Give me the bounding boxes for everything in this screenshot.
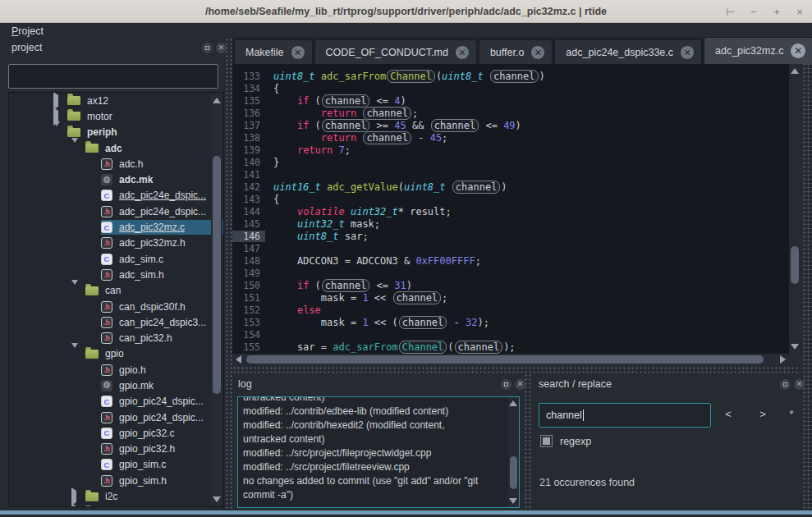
close-tab-icon[interactable]: ✕ xyxy=(291,46,305,59)
tree-item-gpio-sim-c[interactable]: Cgpio_sim.c xyxy=(9,457,223,473)
code-line: 148 ADCCON3 = ADCCON3 & 0xFF00FFFF; xyxy=(232,254,789,267)
tree-item-i2c[interactable]: i2c xyxy=(9,488,223,504)
code-token: * result; xyxy=(398,206,452,217)
close-tab-icon[interactable]: ✕ xyxy=(531,46,544,59)
close-tab-icon[interactable]: ✕ xyxy=(681,46,694,59)
editor-vscrollbar[interactable] xyxy=(789,64,801,354)
scroll-down-icon[interactable] xyxy=(509,498,517,504)
scroll-left-icon[interactable] xyxy=(236,355,241,364)
close-tab-icon[interactable]: ✕ xyxy=(456,46,469,59)
find-next-button[interactable]: > xyxy=(756,408,769,420)
code-text: mask = 1 << channel; xyxy=(273,292,447,304)
tree-item-gpio-h[interactable]: .hgpio.h xyxy=(9,362,223,377)
chevron-right-icon[interactable] xyxy=(71,491,80,502)
right-dock-edge[interactable] xyxy=(802,38,812,510)
project-tree: ax12motorperiphadc.hadc.h⚙adc.mkCadc_pic… xyxy=(8,92,224,507)
project-filter-input[interactable] xyxy=(8,64,218,89)
code-line: 149 xyxy=(232,267,789,279)
tree-item-can-pic32-h[interactable]: .hcan_pic32.h xyxy=(9,330,223,345)
code-token: { xyxy=(273,194,279,205)
scroll-down-icon[interactable] xyxy=(213,496,221,502)
chevron-down-icon[interactable] xyxy=(53,126,62,138)
chevron-right-icon[interactable] xyxy=(53,111,62,122)
tree-item-gpio-pic32-c[interactable]: Cgpio_pic32.c xyxy=(9,425,223,441)
tree-item-ic[interactable]: ic xyxy=(9,505,223,507)
scroll-right-icon[interactable] xyxy=(780,355,786,364)
tree-item-adc[interactable]: adc xyxy=(9,140,223,156)
folder-icon xyxy=(85,144,99,153)
maximize-button[interactable]: + xyxy=(771,6,782,18)
tree-item-can-dspic30f-h[interactable]: .hcan_dspic30f.h xyxy=(9,299,223,314)
code-token: } xyxy=(273,157,279,168)
code-token: ( xyxy=(309,280,320,291)
window-controls: ⊢ − + × xyxy=(725,0,805,23)
tree-item-adc-mk[interactable]: ⚙adc.mk xyxy=(9,172,223,187)
tree-item-adc-pic32mz-h[interactable]: .hadc_pic32mz.h xyxy=(9,236,223,251)
code-token xyxy=(273,206,297,217)
find-previous-button[interactable]: < xyxy=(722,408,735,420)
tree-item-gpio[interactable]: gpio xyxy=(9,346,223,362)
tree-item-adc-pic24e-dspic-[interactable]: Cadc_pic24e_dspic... xyxy=(9,188,223,204)
scroll-up-icon[interactable] xyxy=(213,98,221,103)
tree-item-gpio-pic24-dspic-[interactable]: Cgpio_pic24_dspic... xyxy=(9,394,223,409)
horizontal-splitter[interactable] xyxy=(232,366,801,373)
tree-item-can[interactable]: can xyxy=(9,283,223,299)
tree-item-gpio-mk[interactable]: ⚙gpio.mk xyxy=(9,377,223,393)
tree-item-adc-sim-h[interactable]: .hadc_sim.h xyxy=(9,267,223,282)
tree-item-ax12[interactable]: ax12 xyxy=(9,93,223,108)
tree-item-adc-pic24e-dspic-[interactable]: .hadc_pic24e_dspic... xyxy=(9,204,223,219)
menu-project[interactable]: Project xyxy=(11,25,44,37)
scroll-down-icon[interactable] xyxy=(791,344,799,350)
log-panel-title: log xyxy=(238,378,252,390)
pin-window-button[interactable]: ⊢ xyxy=(725,6,736,18)
scroll-up-icon[interactable] xyxy=(509,400,517,406)
code-token: 0xFF00FFFF xyxy=(415,255,475,267)
chevron-down-icon[interactable] xyxy=(71,348,80,359)
title-bar[interactable]: /home/seb/Seafile/my_lib_rt/rtprog/suppo… xyxy=(0,0,812,23)
chevron-down-icon[interactable] xyxy=(71,285,80,296)
code-editor[interactable]: 133uint8_t adc_sarFromChannel(uint8_t ch… xyxy=(232,64,789,354)
find-all-button[interactable]: * xyxy=(785,408,798,420)
tree-scrollbar-thumb[interactable] xyxy=(213,156,221,394)
float-panel-icon[interactable] xyxy=(202,43,213,53)
log-scrollbar-thumb[interactable] xyxy=(510,456,517,489)
chevron-right-icon[interactable] xyxy=(71,506,80,507)
close-panel-icon[interactable]: ✕ xyxy=(515,379,525,390)
search-input[interactable]: channel xyxy=(539,403,711,428)
minimize-button[interactable]: − xyxy=(748,6,759,18)
close-button[interactable]: × xyxy=(794,6,805,18)
tab-CODE_OF_CONDUCT.md[interactable]: CODE_OF_CONDUCT.md✕ xyxy=(314,39,477,64)
editor-hscrollbar[interactable] xyxy=(232,354,789,366)
tab-adc_pic24e_dspic33e.c[interactable]: adc_pic24e_dspic33e.c✕ xyxy=(554,39,702,64)
tree-item-gpio-sim-h[interactable]: .hgpio_sim.h xyxy=(9,473,223,488)
tree-item-adc-h[interactable]: .hadc.h xyxy=(9,156,223,172)
log-scrollbar[interactable] xyxy=(508,397,519,507)
tab-buffer.o[interactable]: buffer.o✕ xyxy=(479,39,553,64)
close-tab-icon[interactable]: ✕ xyxy=(791,43,805,58)
tree-scrollbar[interactable] xyxy=(211,94,222,506)
tree-item-adc-pic32mz-c[interactable]: Cadc_pic32mz.c xyxy=(9,219,223,235)
bottom-vertical-splitter[interactable] xyxy=(524,373,532,510)
tree-item-label: adc_sim.h xyxy=(119,268,167,282)
editor-hscrollbar-thumb[interactable] xyxy=(246,355,764,364)
tab-adc_pic32mz.c[interactable]: adc_pic32mz.c✕ xyxy=(704,37,812,64)
tab-Makefile[interactable]: Makefile✕ xyxy=(234,39,313,64)
tree-item-motor[interactable]: motor xyxy=(9,108,223,124)
code-line: 142uint16_t adc_getValue(uint8_t channel… xyxy=(232,181,789,193)
float-panel-icon[interactable] xyxy=(501,379,512,390)
chevron-right-icon[interactable] xyxy=(53,95,62,107)
tree-item-gpio-pic32-h[interactable]: .hgpio_pic32.h xyxy=(9,442,223,457)
close-panel-icon[interactable]: ✕ xyxy=(794,379,805,390)
tree-item-adc-sim-c[interactable]: Cadc_sim.c xyxy=(9,251,223,267)
chevron-down-icon[interactable] xyxy=(71,143,80,154)
tree-item-periph[interactable]: periph xyxy=(9,125,223,140)
regexp-checkbox[interactable] xyxy=(540,435,553,447)
scroll-up-icon[interactable] xyxy=(791,68,799,74)
code-line: 147 xyxy=(232,242,789,254)
log-output[interactable]: untracked content)modified: ../contrib/e… xyxy=(237,396,520,508)
float-panel-icon[interactable] xyxy=(780,379,791,390)
vertical-splitter[interactable] xyxy=(225,38,232,510)
tree-item-gpio-pic24-dspic-[interactable]: .hgpio_pic24_dspic... xyxy=(9,409,223,425)
editor-vscrollbar-thumb[interactable] xyxy=(791,246,799,284)
tree-item-can-pic24-dspic3-[interactable]: .hcan_pic24_dspic3... xyxy=(9,314,223,330)
